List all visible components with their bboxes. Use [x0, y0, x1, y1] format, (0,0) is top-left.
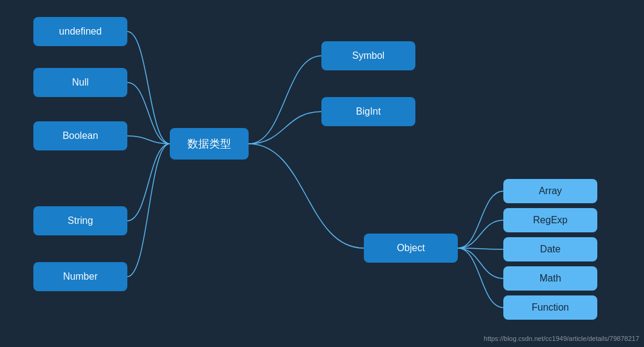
node-null: Null — [33, 68, 127, 97]
node-undefined: undefined — [33, 17, 127, 46]
node-bigint: BigInt — [321, 97, 415, 126]
watermark: https://blog.csdn.net/cc1949/article/det… — [484, 335, 639, 342]
node-boolean: Boolean — [33, 121, 127, 150]
node-number: Number — [33, 262, 127, 291]
center-node: 数据类型 — [170, 128, 249, 160]
node-symbol: Symbol — [321, 41, 415, 70]
node-array: Array — [503, 179, 597, 203]
node-regexp: RegExp — [503, 208, 597, 232]
node-object: Object — [364, 234, 458, 263]
node-string: String — [33, 206, 127, 235]
node-function: Function — [503, 295, 597, 320]
node-math: Math — [503, 266, 597, 291]
node-date: Date — [503, 237, 597, 261]
